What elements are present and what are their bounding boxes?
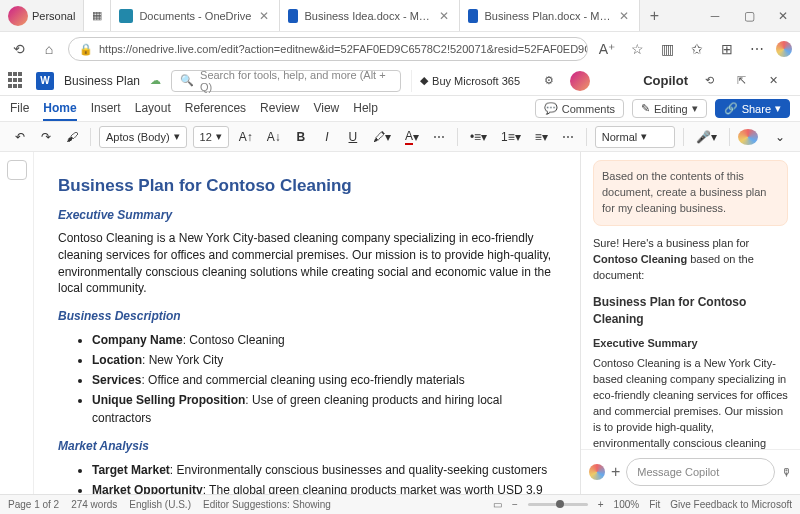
grow-font-button[interactable]: A↑ (235, 126, 257, 148)
fit-button[interactable]: Fit (649, 499, 660, 510)
copilot-input[interactable]: Message Copilot (626, 458, 775, 486)
undo-button[interactable]: ↶ (10, 126, 30, 148)
refresh-icon[interactable]: ⟲ (8, 38, 30, 60)
ribbon-tab-help[interactable]: Help (353, 97, 378, 121)
favorite-icon[interactable]: ☆ (626, 38, 648, 60)
copilot-close-icon[interactable]: ✕ (762, 70, 784, 92)
zoom-level[interactable]: 100% (614, 499, 640, 510)
tab-close-icon[interactable]: ✕ (257, 9, 271, 23)
more-para-button[interactable]: ⋯ (558, 126, 578, 148)
ribbon-tab-review[interactable]: Review (260, 97, 299, 121)
ribbon-tab-home[interactable]: Home (43, 97, 76, 121)
url-field[interactable]: 🔒 https://onedrive.live.com/edit?action=… (68, 37, 588, 61)
copilot-undock-icon[interactable]: ⇱ (730, 70, 752, 92)
workspace-tab[interactable]: ▦ (84, 0, 111, 31)
language-indicator[interactable]: English (U.S.) (129, 499, 191, 510)
read-aloud-icon[interactable]: A⁺ (596, 38, 618, 60)
underline-button[interactable]: U (343, 126, 363, 148)
saved-icon: ☁ (150, 74, 161, 87)
ribbon-tab-references[interactable]: References (185, 97, 246, 121)
copilot-add-button[interactable]: + (611, 463, 620, 481)
editing-mode-button[interactable]: ✎ Editing ▾ (632, 99, 707, 118)
word-count[interactable]: 274 words (71, 499, 117, 510)
zoom-in-button[interactable]: + (598, 499, 604, 510)
browser-tab[interactable]: Business Idea.docx - Microsoft W…✕ (280, 0, 460, 31)
ribbon-tab-layout[interactable]: Layout (135, 97, 171, 121)
bullets-button[interactable]: •≡▾ (466, 126, 491, 148)
style-select[interactable]: Normal ▾ (595, 126, 675, 148)
ribbon-tab-file[interactable]: File (10, 97, 29, 121)
copilot-pane: Based on the contents of this document, … (580, 152, 800, 494)
search-input[interactable]: 🔍 Search for tools, help, and more (Alt … (171, 70, 401, 92)
close-button[interactable]: ✕ (766, 0, 800, 31)
collections-icon[interactable]: ▥ (656, 38, 678, 60)
bold-button[interactable]: B (291, 126, 311, 148)
page-indicator[interactable]: Page 1 of 2 (8, 499, 59, 510)
copilot-input-row: + Message Copilot 🎙 (581, 449, 800, 494)
editor-status[interactable]: Editor Suggestions: Showing (203, 499, 331, 510)
tab-close-icon[interactable]: ✕ (437, 9, 451, 23)
more-icon[interactable]: ⋯ (746, 38, 768, 60)
view-mode-icon[interactable]: ▭ (493, 499, 502, 510)
copilot-browser-icon[interactable] (776, 41, 792, 57)
doc-list-item: Market Opportunity: The global green cle… (92, 481, 556, 494)
copilot-ribbon-button[interactable] (738, 129, 758, 145)
home-icon[interactable]: ⌂ (38, 38, 60, 60)
zoom-slider[interactable] (528, 503, 588, 506)
ribbon-tabs: FileHomeInsertLayoutReferencesReviewView… (0, 96, 800, 122)
mic-icon[interactable]: 🎙 (781, 466, 792, 478)
extensions-icon[interactable]: ⊞ (716, 38, 738, 60)
feedback-link[interactable]: Give Feedback to Microsoft (670, 499, 792, 510)
align-button[interactable]: ≡▾ (531, 126, 552, 148)
minimize-button[interactable]: ─ (698, 0, 732, 31)
numbering-button[interactable]: 1≡▾ (497, 126, 525, 148)
ribbon-tab-view[interactable]: View (313, 97, 339, 121)
lock-icon: 🔒 (79, 43, 93, 56)
browser-titlebar: Personal ▦ Documents - OneDrive✕Business… (0, 0, 800, 32)
shrink-font-button[interactable]: A↓ (263, 126, 285, 148)
copilot-conversation: Based on the contents of this document, … (581, 152, 800, 449)
font-family-select[interactable]: Aptos (Body) ▾ (99, 126, 187, 148)
highlight-button[interactable]: 🖍▾ (369, 126, 395, 148)
share-button[interactable]: 🔗 Share ▾ (715, 99, 790, 118)
dictate-button[interactable]: 🎤▾ (692, 126, 721, 148)
diamond-icon: ◆ (420, 74, 428, 87)
document-canvas[interactable]: Business Plan for Contoso CleaningExecut… (34, 152, 580, 494)
document-title[interactable]: Business Plan (64, 74, 140, 88)
browser-tab[interactable]: Business Plan.docx - Microsoft W…✕ (460, 0, 640, 31)
account-avatar[interactable] (570, 71, 590, 91)
settings-icon[interactable]: ⚙ (538, 70, 560, 92)
copilot-spark-icon[interactable] (589, 464, 605, 480)
doc-list-item: Target Market: Environmentally conscious… (92, 461, 556, 479)
more-font-button[interactable]: ⋯ (429, 126, 449, 148)
zoom-out-button[interactable]: − (512, 499, 518, 510)
font-color-button[interactable]: A▾ (401, 126, 423, 148)
favicon (288, 9, 298, 23)
copilot-h4: Executive Summary (593, 336, 788, 352)
italic-button[interactable]: I (317, 126, 337, 148)
doc-h1: Business Plan for Contoso Cleaning (58, 176, 556, 196)
comments-button[interactable]: 💬 Comments (535, 99, 624, 118)
font-size-select[interactable]: 12 ▾ (193, 126, 229, 148)
ribbon-tab-insert[interactable]: Insert (91, 97, 121, 121)
copilot-user-prompt: Based on the contents of this document, … (593, 160, 788, 226)
copilot-h3: Business Plan for Contoso Cleaning (593, 294, 788, 329)
copilot-refresh-icon[interactable]: ⟲ (698, 70, 720, 92)
doc-h2: Market Analysis (58, 439, 556, 453)
format-painter-button[interactable]: 🖌 (62, 126, 82, 148)
doc-list-item: Company Name: Contoso Cleaning (92, 331, 556, 349)
profile-chip[interactable]: Personal (0, 0, 84, 31)
work-area: Business Plan for Contoso CleaningExecut… (0, 152, 800, 494)
buy-m365-button[interactable]: ◆ Buy Microsoft 365 (411, 70, 528, 92)
maximize-button[interactable]: ▢ (732, 0, 766, 31)
app-launcher-icon[interactable] (8, 72, 26, 90)
new-tab-button[interactable]: + (640, 0, 668, 31)
status-bar: Page 1 of 2 274 words English (U.S.) Edi… (0, 494, 800, 514)
favorites-bar-icon[interactable]: ✩ (686, 38, 708, 60)
search-icon: 🔍 (180, 74, 194, 87)
redo-button[interactable]: ↷ (36, 126, 56, 148)
navigation-pane-icon[interactable] (7, 160, 27, 180)
ribbon-collapse-button[interactable]: ⌄ (770, 126, 790, 148)
tab-close-icon[interactable]: ✕ (617, 9, 631, 23)
browser-tab[interactable]: Documents - OneDrive✕ (111, 0, 280, 31)
